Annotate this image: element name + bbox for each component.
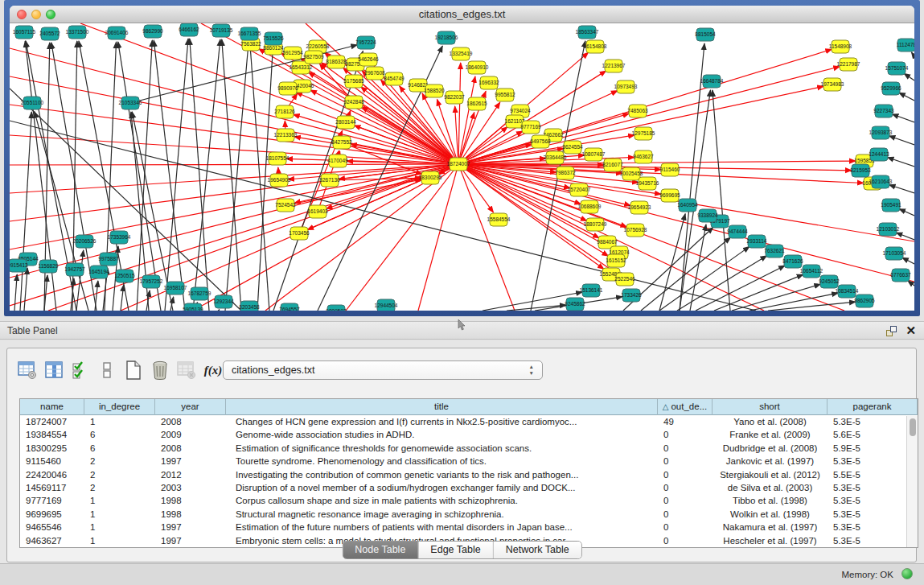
yellow-node-1696332[interactable]: 1696332 <box>478 76 499 89</box>
red-edge[interactable] <box>458 63 461 164</box>
show-columns-icon[interactable] <box>42 359 66 381</box>
black-edge[interactable] <box>219 310 220 311</box>
red-edge[interactable] <box>10 76 458 164</box>
yellow-node-10756928[interactable]: 10756928 <box>624 224 647 237</box>
tab-node-table[interactable]: Node Table <box>343 542 417 558</box>
select-all-columns-icon[interactable] <box>68 359 92 381</box>
yellow-node-15720407[interactable]: 15720407 <box>568 183 591 196</box>
column-header-title[interactable]: title <box>226 399 658 415</box>
red-edge[interactable] <box>342 142 422 175</box>
yellow-node-19654923[interactable]: 19654923 <box>628 201 651 214</box>
table-row[interactable]: 1830029562008Estimation of significance … <box>20 442 918 455</box>
yellow-node-12975185[interactable]: 12975185 <box>632 127 655 140</box>
teal-node-8815054[interactable]: 8815054 <box>695 28 716 41</box>
teal-node-9915413[interactable]: 9915413 <box>10 259 28 272</box>
teal-node-7632621[interactable]: 7632621 <box>764 245 785 257</box>
teal-node-9245052[interactable]: 9245052 <box>819 275 840 288</box>
yellow-node-1703456[interactable]: 1703456 <box>289 227 310 240</box>
teal-node-13371500[interactable]: 13371500 <box>66 26 89 39</box>
teal-node-8215953[interactable]: 8215953 <box>850 164 871 177</box>
black-edge[interactable] <box>899 208 914 216</box>
table-row[interactable]: 1456911722003Disruption of a novel membe… <box>20 481 918 494</box>
network-window-titlebar[interactable]: citations_edges.txt <box>10 6 914 23</box>
teal-node-9227343[interactable]: 9227343 <box>873 105 894 117</box>
table-selector-dropdown[interactable]: citations_edges.txt ▲▼ <box>223 360 543 380</box>
teal-node-16648784[interactable]: 16648784 <box>700 75 724 88</box>
teal-node-12093873[interactable]: 12093873 <box>869 126 893 139</box>
scrollbar-thumb[interactable] <box>910 418 916 436</box>
yellow-node-16154808[interactable]: 16154808 <box>584 40 607 53</box>
teal-node-1156829[interactable]: 1156829 <box>39 260 59 273</box>
yellow-node-9822037[interactable]: 9822037 <box>444 91 465 104</box>
teal-node-7957224[interactable]: 7957224 <box>355 36 376 49</box>
close-panel-icon[interactable]: ✕ <box>906 323 916 338</box>
black-edge[interactable] <box>35 112 88 311</box>
table-row[interactable]: 969969511998Structural magnetic resonanc… <box>20 508 918 521</box>
yellow-node-12217987[interactable]: 12217987 <box>837 58 860 71</box>
yellow-node-9777169[interactable]: 9777169 <box>520 121 541 134</box>
network-graph-canvas[interactable]: 1872400775638228860124591295416543312224… <box>10 23 914 311</box>
teal-node-18563347[interactable]: 18563347 <box>576 26 599 39</box>
function-builder-icon[interactable]: f(x) <box>201 359 225 381</box>
node-table[interactable]: namein_degreeyeartitle△out_de...shortpag… <box>19 398 918 548</box>
teal-node-15751074[interactable]: 15751074 <box>885 62 909 75</box>
teal-node-1640954[interactable]: 1640954 <box>677 199 698 212</box>
table-settings-icon[interactable] <box>15 359 39 381</box>
table-row[interactable]: 911546021997Tourette syndrome. Phenomeno… <box>20 455 918 468</box>
column-header-pagerank[interactable]: pagerank <box>827 399 918 415</box>
column-header-name[interactable]: name <box>20 399 84 415</box>
teal-node-9862990[interactable]: 9862990 <box>142 25 163 38</box>
black-edge[interactable] <box>911 52 914 56</box>
yellow-node-18107554[interactable]: 18107554 <box>266 152 290 165</box>
yellow-node-18640910[interactable]: 18640910 <box>466 61 489 74</box>
teal-node-16782759[interactable]: 16782759 <box>188 287 211 300</box>
citation-network-graph[interactable]: 1872400775638228860124591295416543312224… <box>10 23 914 311</box>
yellow-node-13325419[interactable]: 13325419 <box>450 47 473 60</box>
yellow-node-11548908[interactable]: 11548908 <box>829 40 852 53</box>
yellow-node-15584554[interactable]: 15584554 <box>487 213 511 226</box>
column-header-out_de[interactable]: △out_de... <box>658 399 713 415</box>
yellow-node-1862615[interactable]: 1862615 <box>466 97 487 110</box>
yellow-node-9699695[interactable]: 9699695 <box>659 189 680 202</box>
black-edge[interactable] <box>904 73 914 80</box>
column-header-year[interactable]: year <box>155 399 226 415</box>
yellow-node-9115460[interactable]: 9115460 <box>660 163 680 176</box>
teal-node-9474444[interactable]: 9474444 <box>727 225 748 238</box>
yellow-node-19734983[interactable]: 19734983 <box>821 78 844 91</box>
teal-node-20551100[interactable]: 20551100 <box>21 97 44 109</box>
teal-node-1244413[interactable]: 1244413 <box>869 148 889 161</box>
teal-node-16057115[interactable]: 16057115 <box>13 26 36 39</box>
teal-node-9975887[interactable]: 9975887 <box>98 253 119 266</box>
tab-edge-table[interactable]: Edge Table <box>417 542 492 558</box>
yellow-node-5175685[interactable]: 5175685 <box>343 75 364 88</box>
yellow-node-8186328[interactable]: 8186328 <box>326 56 347 68</box>
yellow-node-7524542[interactable]: 7524542 <box>275 199 296 212</box>
red-edge[interactable] <box>294 114 458 164</box>
teal-node-1292344[interactable]: 1292344 <box>213 295 234 308</box>
teal-node-1905491[interactable]: 1905491 <box>881 199 901 212</box>
teal-node-20206526[interactable]: 20206526 <box>73 235 97 248</box>
yellow-node-10973493[interactable]: 10973493 <box>614 80 638 93</box>
yellow-node-7986372[interactable]: 7986372 <box>555 167 576 179</box>
teal-node-9245862[interactable]: 9245862 <box>565 298 585 311</box>
teal-node-7694557[interactable]: 7694557 <box>279 303 300 311</box>
yellow-node-1588520[interactable]: 1588520 <box>424 84 445 97</box>
teal-node-12944504[interactable]: 12944504 <box>375 299 398 311</box>
teal-node-2933114[interactable]: 2933114 <box>747 235 767 248</box>
clear-selection-icon[interactable] <box>95 359 119 381</box>
yellow-node-12213363[interactable]: 12213363 <box>274 129 298 142</box>
teal-node-7515526[interactable]: 7515526 <box>263 32 284 45</box>
yellow-node-2967608[interactable]: 2967608 <box>364 67 385 80</box>
yellow-node-5912954[interactable]: 5912954 <box>282 47 303 60</box>
yellow-node-1619403[interactable]: 1619403 <box>307 205 328 218</box>
table-row[interactable]: 2242004622012Investigating the contribut… <box>20 468 918 481</box>
yellow-node-9827509[interactable]: 9827509 <box>303 51 324 64</box>
black-edge[interactable] <box>899 93 914 101</box>
teal-node-6776637[interactable]: 6776637 <box>890 269 911 282</box>
teal-node-1942757[interactable]: 1942757 <box>64 263 85 276</box>
memory-status-indicator[interactable] <box>901 568 913 579</box>
yellow-node-19435716[interactable]: 19435716 <box>636 177 659 190</box>
teal-node-9809502[interactable]: 9809502 <box>326 305 347 311</box>
teal-node-1733426[interactable]: 1733426 <box>621 289 642 302</box>
tab-network-table[interactable]: Network Table <box>493 542 581 558</box>
